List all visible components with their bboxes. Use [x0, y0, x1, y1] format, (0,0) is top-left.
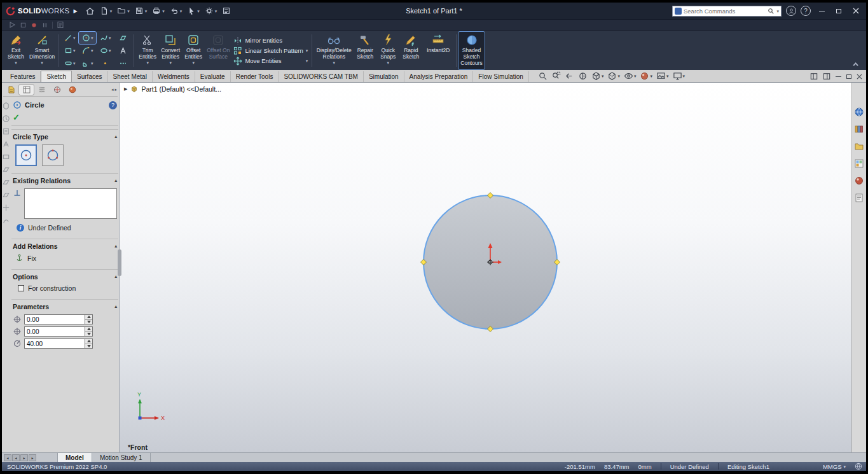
options-button[interactable]: ▾ [202, 5, 220, 17]
configurationmanager-tab[interactable] [34, 85, 49, 95]
tree-item-icon[interactable] [2, 191, 10, 199]
caret-down-icon[interactable]: ▾ [109, 36, 111, 40]
quick-snaps-button[interactable]: Quick Snaps ▾ [376, 32, 399, 69]
caret-down-icon[interactable]: ▾ [197, 9, 200, 13]
stop-macro-button[interactable] [20, 22, 27, 29]
tab-sketch[interactable]: Sketch [41, 71, 72, 82]
solidworks-resources-icon[interactable] [854, 107, 864, 117]
section-view-button[interactable] [578, 71, 588, 81]
circle-tool-button[interactable]: ▾ [79, 32, 96, 44]
tab-surfaces[interactable]: Surfaces [72, 71, 107, 82]
edit-appearance-button[interactable]: ▾ [640, 71, 652, 81]
caret-down-icon[interactable]: ▾ [215, 9, 217, 13]
help-button[interactable]: ? [801, 6, 811, 16]
tab-simulation[interactable]: Simulation [364, 71, 404, 82]
units-selector[interactable]: MMGS ▾ [823, 463, 846, 470]
circle-type-section-header[interactable]: Circle Type ▴ [11, 129, 118, 143]
for-construction-checkbox[interactable] [18, 285, 24, 291]
instant2d-button[interactable]: Instant2D [422, 32, 454, 69]
display-style-button[interactable]: ▾ [607, 71, 620, 81]
linear-sketch-pattern-button[interactable]: Linear Sketch Pattern ▾ [233, 46, 308, 55]
center-circle-button[interactable] [15, 144, 37, 166]
caret-down-icon[interactable]: ▾ [192, 60, 195, 65]
trim-entities-button[interactable]: Trim Entities ▾ [136, 32, 159, 69]
pane-right-icon[interactable] [823, 73, 830, 80]
rapid-sketch-button[interactable]: Rapid Sketch [399, 32, 422, 69]
file-explorer-icon[interactable] [854, 141, 864, 151]
zoom-to-area-button[interactable] [551, 71, 561, 81]
zoom-to-fit-button[interactable] [538, 71, 548, 81]
shaded-sketch-contours-button[interactable]: Shaded Sketch Contours [458, 32, 485, 69]
caret-down-icon[interactable]: ▾ [110, 9, 113, 13]
minimize-button[interactable] [815, 5, 828, 17]
view-palette-icon[interactable] [854, 158, 864, 169]
fix-relation-button[interactable]: Fix [11, 252, 118, 266]
tab-render-tools[interactable]: Render Tools [231, 71, 279, 82]
pane-left-icon[interactable] [810, 73, 818, 80]
save-button[interactable]: ▾ [132, 5, 150, 17]
open-document-button[interactable]: ▾ [114, 5, 132, 17]
search-icon[interactable] [768, 8, 775, 15]
displaymanager-tab[interactable] [65, 85, 79, 95]
tree-item-icon[interactable] [2, 178, 10, 186]
convert-entities-button[interactable]: Convert Entities ▾ [159, 32, 182, 69]
tab-weldments[interactable]: Weldments [153, 71, 195, 82]
new-document-button[interactable]: ▾ [97, 5, 115, 17]
spin-down-icon[interactable] [85, 344, 92, 349]
caret-down-icon[interactable]: ▾ [634, 74, 637, 78]
tree-item-icon[interactable] [2, 115, 10, 123]
tree-item-icon[interactable] [2, 140, 10, 148]
caret-down-icon[interactable]: ▾ [650, 74, 652, 78]
scroll-last-icon[interactable]: ▸ [29, 454, 36, 461]
caret-down-icon[interactable]: ▾ [41, 60, 43, 65]
tab-analysis-preparation[interactable]: Analysis Preparation [404, 71, 474, 82]
hide-show-items-button[interactable]: ▾ [624, 71, 637, 81]
run-macro-button[interactable] [8, 21, 16, 29]
caret-down-icon[interactable]: ▾ [387, 60, 390, 65]
ribbon-collapse-button[interactable] [852, 61, 861, 67]
caret-down-icon[interactable]: ▾ [145, 9, 148, 13]
caret-down-icon[interactable]: ▾ [127, 9, 130, 13]
propertymanager-tab[interactable] [19, 85, 34, 95]
design-library-icon[interactable] [854, 124, 864, 134]
logo-flyout-arrow-icon[interactable]: ▶ [74, 8, 78, 14]
existing-relations-list[interactable] [24, 188, 117, 219]
caret-down-icon[interactable]: ▾ [180, 9, 183, 13]
tab-evaluate[interactable]: Evaluate [195, 71, 231, 82]
home-button[interactable] [83, 5, 97, 17]
ok-button[interactable]: ✓ [13, 113, 20, 122]
radius-input[interactable] [24, 338, 85, 349]
caret-down-icon[interactable]: ▾ [306, 48, 308, 53]
center-x-input[interactable] [24, 314, 85, 324]
rectangle-tool-button[interactable]: ▾ [61, 45, 78, 57]
mirror-entities-button[interactable]: Mirror Entities [233, 36, 308, 45]
fillet-tool-button[interactable]: ▾ [79, 57, 96, 69]
caret-down-icon[interactable]: ▾ [91, 61, 93, 66]
caret-down-icon[interactable]: ▾ [617, 74, 620, 78]
tree-item-icon[interactable] [2, 165, 10, 174]
select-button[interactable]: ▾ [184, 5, 202, 17]
slot-tool-button[interactable]: ▾ [61, 57, 78, 69]
caret-down-icon[interactable]: ▾ [602, 74, 604, 78]
print-button[interactable]: ▾ [149, 5, 167, 17]
tree-item-icon[interactable] [2, 216, 10, 225]
record-macro-button[interactable] [31, 22, 38, 29]
spline-tool-button[interactable]: ▾ [97, 32, 114, 44]
tab-solidworks-cam-tbm[interactable]: SOLIDWORKS CAM TBM [279, 71, 364, 82]
existing-relations-section-header[interactable]: Existing Relations ▴ [11, 173, 118, 186]
caret-down-icon[interactable]: ▾ [146, 60, 149, 65]
featuremanager-tab[interactable] [4, 85, 18, 95]
caret-down-icon[interactable]: ▾ [666, 74, 669, 78]
search-options-caret-icon[interactable]: ▾ [776, 9, 779, 13]
perimeter-circle-button[interactable] [42, 144, 64, 166]
add-relations-section-header[interactable]: Add Relations ▴ [11, 239, 118, 252]
dimxpertmanager-tab[interactable] [50, 85, 64, 95]
center-y-input[interactable] [24, 326, 85, 337]
caret-down-icon[interactable]: ▾ [333, 60, 336, 65]
repair-sketch-button[interactable]: Repair Sketch [354, 32, 376, 69]
web-status-globe-icon[interactable] [855, 463, 862, 470]
text-tool-button[interactable] [114, 45, 132, 57]
undo-button[interactable]: ▾ [167, 5, 185, 17]
pause-macro-button[interactable] [41, 22, 48, 29]
smart-dimension-button[interactable]: Smart Dimension ▾ [27, 32, 57, 69]
